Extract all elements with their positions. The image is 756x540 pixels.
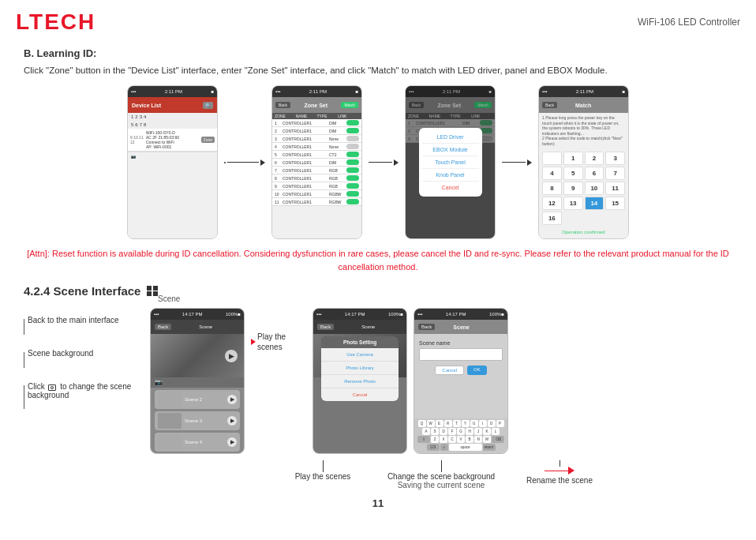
bottom-labels-row: Play the scenes Change the scene backgro… — [24, 460, 732, 489]
operation-confirmed: Operation confirmed — [539, 228, 628, 236]
key-h[interactable]: H — [466, 428, 473, 435]
match-grid: 1 2 3 4 5 6 7 8 9 10 11 12 13 14 15 16 — [539, 148, 628, 228]
key-e[interactable]: E — [436, 420, 443, 427]
zone-row-7: 7CONTROLLER1RGB — [272, 167, 361, 174]
key-backspace[interactable]: ⌫ — [492, 436, 504, 443]
match-cell-8[interactable]: 7 — [605, 167, 625, 180]
knob-panel-option[interactable]: Knob Panel — [422, 169, 479, 182]
change-bg-bottom-label: Change the scene background Saving the c… — [370, 460, 512, 489]
scene-thumb-2 — [158, 392, 182, 407]
led-driver-option[interactable]: LED Driver — [422, 131, 479, 144]
ps-back-btn[interactable]: Back — [317, 324, 334, 330]
scene-play-3[interactable]: ▶ — [227, 416, 237, 426]
key-f[interactable]: F — [448, 428, 456, 435]
match-cell-13[interactable]: 12 — [542, 197, 562, 210]
scene-thumb-3 — [158, 413, 182, 429]
match-cell-4[interactable]: 3 — [605, 152, 625, 165]
key-i[interactable]: I — [479, 420, 487, 427]
key-n[interactable]: N — [474, 436, 482, 443]
match-cell-12[interactable]: 11 — [605, 182, 625, 195]
ps-cancel[interactable]: Cancel — [321, 388, 399, 401]
key-u[interactable]: U — [470, 420, 478, 427]
match-cell-10[interactable]: 9 — [563, 182, 583, 195]
kb-row-3: ⇧ Z X C V B N M ⌫ — [416, 436, 506, 443]
key-l[interactable]: L — [492, 428, 500, 435]
key-b[interactable]: B — [466, 436, 473, 443]
match-cell-16[interactable]: 15 — [605, 197, 625, 210]
key-r[interactable]: R — [444, 420, 452, 427]
ps-status-bar: ▪▪▪ 14:17 PM 100%■ — [313, 309, 406, 320]
match-cell-3[interactable]: 2 — [585, 152, 604, 165]
scene-play-2[interactable]: ▶ — [227, 395, 237, 404]
match-title-label: Match — [575, 103, 591, 108]
match-cell-15[interactable]: 14 — [585, 197, 604, 210]
scene-name-input[interactable] — [419, 348, 503, 361]
ps-remove-photo[interactable]: Remove Photo — [321, 375, 399, 388]
key-y[interactable]: Y — [462, 420, 470, 427]
touch-panel-option[interactable]: Touch Panel — [422, 156, 479, 169]
match-cell-2[interactable]: 1 — [563, 152, 583, 165]
key-m[interactable]: M — [483, 436, 491, 443]
match-cell-5[interactable]: 4 — [542, 167, 562, 180]
key-j[interactable]: J — [474, 428, 482, 435]
scene-back-btn[interactable]: Back — [155, 324, 171, 330]
key-k[interactable]: K — [483, 428, 491, 435]
arrow-connector-1 — [224, 85, 265, 239]
dl-search-icon[interactable]: 🔍 — [203, 102, 213, 109]
rename-ok-btn[interactable]: OK — [467, 366, 487, 375]
match-cell-6[interactable]: 5 — [563, 167, 583, 180]
ps-photo-library[interactable]: Photo Library — [321, 362, 399, 375]
dl-extra-row: 📷 — [128, 152, 217, 160]
zone-row-10: 10CONTROLLER1RGBW — [272, 190, 361, 198]
key-123[interactable]: 123 — [427, 444, 440, 451]
match-cell-14[interactable]: 13 — [563, 197, 583, 210]
rename-back-btn[interactable]: Back — [418, 324, 435, 330]
key-emoji[interactable]: ☺ — [440, 444, 448, 451]
scene-sub-label: Scene — [158, 294, 732, 303]
match-cell-1[interactable] — [542, 152, 562, 165]
key-q[interactable]: Q — [418, 420, 426, 427]
rename-line-top — [560, 460, 560, 467]
key-x[interactable]: X — [440, 436, 447, 443]
key-d[interactable]: D — [440, 428, 447, 435]
match-cell-7[interactable]: 6 — [585, 167, 604, 180]
match-cell-9[interactable]: 8 — [542, 182, 562, 195]
match-back-btn[interactable]: Back — [542, 102, 557, 108]
key-s[interactable]: S — [431, 428, 439, 435]
key-z[interactable]: Z — [431, 436, 439, 443]
back-btn[interactable]: Back — [275, 102, 290, 108]
key-t[interactable]: T — [453, 420, 461, 427]
popup-screen: ▪▪▪ 2:11 PM ■ Back Zone Set Match ZONENA… — [406, 86, 495, 238]
match-btn[interactable]: Match — [341, 102, 358, 108]
scene-camera-icon[interactable]: 📷 — [155, 379, 163, 386]
rename-form: Scene name Cancel OK — [414, 334, 507, 381]
scene-play-4[interactable]: ▶ — [227, 437, 237, 447]
zone-row-3: 3CONTROLLER1None — [272, 135, 361, 143]
key-space[interactable]: space — [449, 444, 482, 451]
key-v[interactable]: V — [457, 436, 465, 443]
key-shift[interactable]: ⇧ — [417, 436, 430, 443]
match-cell-17[interactable]: 16 — [542, 212, 562, 225]
ebox-module-option[interactable]: EBOX Module — [422, 144, 479, 156]
click-camera-label: Click to change the scene background — [28, 382, 150, 399]
key-w[interactable]: W — [427, 420, 435, 427]
zone-button[interactable]: Zone — [201, 137, 215, 143]
key-return[interactable]: return — [483, 444, 496, 451]
key-p[interactable]: P — [496, 420, 504, 427]
scene-play-btn-1[interactable]: ▶ — [225, 350, 238, 362]
key-a[interactable]: A — [422, 428, 430, 435]
cancel-option[interactable]: Cancel — [422, 182, 479, 193]
zone-set-titlebar: Back Zone Set Match — [272, 97, 361, 113]
rename-title: Scene — [453, 324, 470, 330]
scene-label-4: Scene 4 — [185, 440, 227, 444]
time-display: 2:11 PM — [165, 89, 182, 94]
ps-use-camera[interactable]: Use Camera — [321, 348, 399, 362]
device-list-phone: ▪▪▪ 2:11 PM ■ Device List 🔍 1234 5678 9 … — [127, 85, 218, 239]
match-cell-11[interactable]: 10 — [585, 182, 604, 195]
type-select-popup: LED Driver EBOX Module Touch Panel Knob … — [419, 128, 482, 197]
rename-cancel-btn[interactable]: Cancel — [435, 366, 464, 375]
dl-num: 9 10 11 12 — [130, 135, 146, 144]
key-o[interactable]: O — [488, 420, 496, 427]
key-g[interactable]: G — [457, 428, 465, 435]
key-c[interactable]: C — [448, 436, 456, 443]
